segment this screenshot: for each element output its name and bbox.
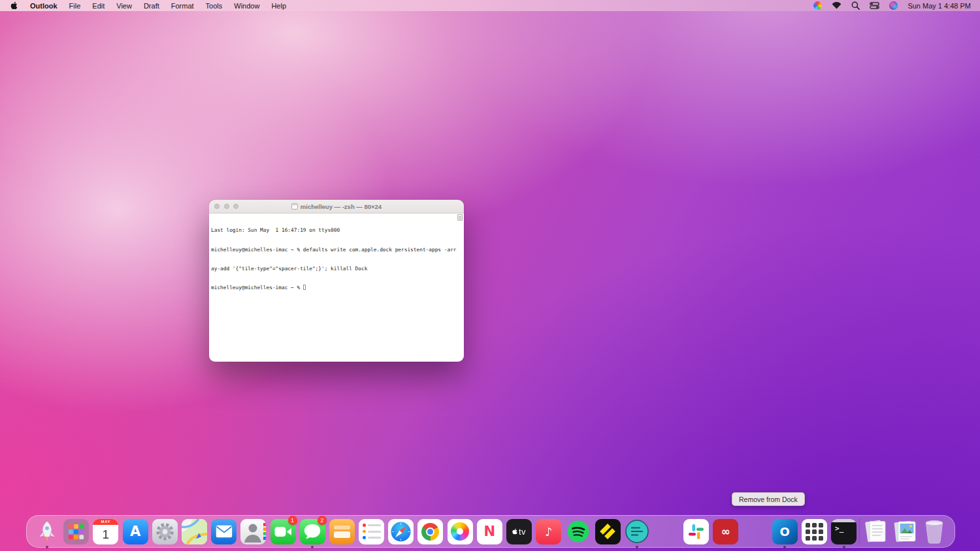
notification-badge: 1 [288, 516, 297, 525]
dock-icon-launchpad[interactable] [62, 517, 90, 546]
dock-icon-docstack[interactable] [861, 517, 889, 546]
terminal-window: michelleuy — -zsh — 80×24 Last login: Su… [209, 200, 464, 362]
dock-icon-news[interactable]: N [476, 517, 504, 546]
menu-edit[interactable]: Edit [86, 2, 110, 10]
desktop: { "menubar": { "app_name": "Outlook", "i… [0, 0, 980, 551]
mail-icon [211, 519, 237, 544]
apple-logo-icon [10, 1, 18, 10]
terminal-line: michelleuy@michelles-imac ~ % [211, 285, 462, 291]
dock-icon-photos[interactable] [446, 517, 474, 546]
menu-help[interactable]: Help [265, 2, 292, 10]
dock-icon-orangeapp[interactable] [328, 517, 356, 546]
terminal-titlebar[interactable]: michelleuy — -zsh — 80×24 [209, 200, 464, 213]
running-indicator [636, 546, 638, 548]
dock-tooltip: Remove from Dock [732, 492, 805, 506]
calendar-icon: MAY 1 [93, 519, 118, 544]
terminal-cursor [303, 285, 306, 290]
color-wheel-menu-icon[interactable] [813, 1, 822, 10]
menu-bar-status: Sun May 1 4:48 PM [813, 1, 973, 10]
menu-window[interactable]: Window [228, 2, 265, 10]
documents-stack-icon [862, 519, 888, 544]
dock-icon-slack[interactable] [682, 517, 710, 546]
terminal-content[interactable]: Last login: Sun May 1 16:47:19 on ttys00… [209, 213, 464, 362]
menu-tools[interactable]: Tools [200, 2, 229, 10]
app-store-icon: A [123, 519, 148, 544]
yellow-diamond-icon [595, 519, 621, 544]
dock-icon-outlook[interactable]: O [771, 517, 799, 546]
calendar-month: MAY [93, 519, 118, 525]
orange-wallet-icon [329, 519, 355, 544]
dock-icon-yellowapp[interactable] [594, 517, 622, 546]
dock-separator [859, 518, 860, 544]
control-center-icon[interactable] [870, 2, 879, 9]
chrome-icon [417, 519, 443, 544]
adobe-creative-cloud-icon: ∞ [713, 519, 738, 544]
slack-icon [683, 519, 709, 544]
dock-icon-messages[interactable]: 2 [299, 517, 327, 546]
grid-app-icon [802, 519, 827, 544]
dock-icon-spotify[interactable] [564, 517, 592, 546]
system-preferences-icon [152, 519, 178, 544]
spotify-icon [565, 519, 591, 544]
dock-icon-facetime[interactable]: 1 [269, 517, 297, 546]
menu-bar-clock[interactable]: Sun May 1 4:48 PM [907, 2, 971, 10]
running-indicator [311, 546, 314, 548]
siri-icon[interactable] [889, 1, 898, 10]
dock-icon-music[interactable]: ♪ [534, 517, 563, 546]
apple-menu[interactable] [7, 1, 24, 10]
launchpad-icon [63, 519, 89, 544]
dock-icon-settings[interactable] [151, 517, 179, 546]
menu-bar-left: Outlook File Edit View Draft Format Tool… [7, 1, 292, 10]
terminal-line: michelleuy@michelles-imac ~ % defaults w… [211, 247, 462, 253]
terminal-line: Last login: Sun May 1 16:47:19 on ttys00… [211, 227, 462, 234]
calendar-day: 1 [93, 525, 118, 544]
menu-format[interactable]: Format [165, 2, 200, 10]
dock-icon-terminalapp[interactable]: >_ [830, 517, 858, 546]
dock-icon-tealapp[interactable] [623, 517, 651, 546]
outlook-icon: O [772, 519, 798, 544]
dock-icon-mail[interactable] [210, 517, 238, 546]
menu-file[interactable]: File [63, 2, 87, 10]
safari-icon [388, 519, 414, 544]
dock-icon-trash[interactable] [921, 517, 949, 546]
photos-icon [448, 519, 473, 544]
dock-icon-rocket[interactable] [33, 517, 61, 546]
dock-icon-calendar[interactable]: MAY 1 [91, 517, 120, 546]
dock-icon-reminders[interactable] [357, 517, 385, 546]
dock-icon-maps[interactable] [180, 517, 208, 546]
menu-view[interactable]: View [110, 2, 138, 10]
terminal-proxy-icon [291, 203, 298, 210]
contacts-icon [240, 519, 266, 544]
dock-icon-safari[interactable] [387, 517, 415, 546]
dock-icon-gridapp[interactable] [800, 517, 828, 546]
dock-icon-adobecc[interactable]: ∞ [711, 517, 740, 546]
menu-draft[interactable]: Draft [138, 2, 165, 10]
apple-tv-icon: tv [506, 519, 532, 544]
running-indicator [783, 546, 786, 548]
dock: MAY 1 A 1 2 N tv ♪ [26, 515, 955, 548]
media-stack-icon [892, 519, 918, 544]
dock-spacer-tile[interactable] [742, 517, 770, 546]
news-icon: N [477, 519, 502, 544]
spotlight-search-icon[interactable] [851, 1, 860, 10]
reminders-icon [359, 519, 384, 544]
dock-spacer-tile[interactable] [653, 517, 681, 546]
app-menu-outlook[interactable]: Outlook [24, 2, 63, 10]
dock-icon-appletv[interactable]: tv [505, 517, 533, 546]
music-icon: ♪ [536, 519, 561, 544]
running-indicator [843, 546, 845, 548]
dock-icon-contacts[interactable] [239, 517, 267, 546]
wifi-icon[interactable] [832, 2, 841, 9]
scrollbar-marker[interactable] [457, 214, 463, 221]
dock-icon-mediastack[interactable] [891, 517, 919, 546]
running-indicator [46, 546, 48, 548]
notification-badge: 2 [318, 516, 327, 525]
dock-icon-appstore[interactable]: A [122, 517, 150, 546]
dock-icon-chrome[interactable] [416, 517, 444, 546]
menu-bar: Outlook File Edit View Draft Format Tool… [0, 0, 980, 11]
terminal-app-icon: >_ [831, 519, 857, 544]
terminal-line: ay-add '{"tile-type"="spacer-tile";}'; k… [211, 266, 462, 272]
rocket-icon [34, 519, 59, 544]
trash-icon [922, 519, 947, 544]
maps-icon [182, 519, 207, 544]
